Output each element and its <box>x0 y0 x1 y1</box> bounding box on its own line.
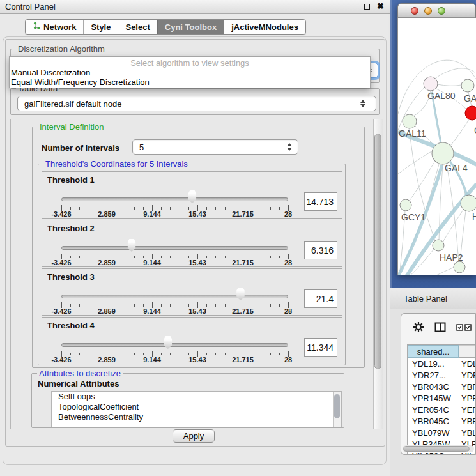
threshold-slider[interactable]: -3.4262.8599.14415.4321.71528 <box>61 220 288 268</box>
table-cell[interactable]: YBL0 <box>459 428 476 438</box>
attribute-list-item[interactable]: BetweennessCentrality <box>52 412 341 422</box>
float-window-icon[interactable] <box>364 4 370 10</box>
network-node-label: GAL80 <box>427 91 456 101</box>
top-tabgroup: Network Style Select Cyni Toolbo <box>25 19 306 35</box>
table-row[interactable]: YDR27... YDR2 <box>408 369 476 381</box>
threshold-panel: Threshold 3 -3.4262.8599.14415.4321.7152… <box>42 268 342 316</box>
threshold-slider[interactable]: -3.4262.8599.14415.4321.71528 <box>61 269 288 316</box>
threshold-value-field[interactable]: 6.316 <box>304 241 337 259</box>
slider-track[interactable] <box>61 197 288 201</box>
network-node[interactable] <box>432 142 454 164</box>
network-node-label: GCY1 <box>401 212 426 222</box>
algorithm-popup-item[interactable]: Equal Width/Frequency Discretization <box>10 77 370 87</box>
checkbox-checked-icon[interactable] <box>456 323 463 333</box>
attributes-scrollbar[interactable] <box>333 392 341 427</box>
control-panel: Control Panel ✖ Network Style <box>0 0 390 476</box>
top-tab-label: Cyni Toolbox <box>165 22 217 32</box>
checkbox-checked-icon[interactable] <box>464 323 472 333</box>
table-row[interactable]: YBR045C YBR0 <box>408 415 476 427</box>
slider-thumb[interactable] <box>127 239 137 252</box>
zoom-traffic-light-icon[interactable] <box>438 7 445 15</box>
table-cell[interactable]: YPR1 <box>459 394 476 403</box>
table-cell[interactable]: YDR27... <box>408 371 459 380</box>
number-of-intervals-combobox[interactable]: 5 <box>132 139 298 155</box>
top-tab[interactable]: Style <box>83 20 118 34</box>
split-columns-icon[interactable] <box>434 322 446 334</box>
table-row[interactable]: YBL079W YBL0 <box>408 427 476 438</box>
threshold-panel: Threshold 1 -3.4262.8599.14415.4321.7152… <box>42 171 342 219</box>
minimize-traffic-light-icon[interactable] <box>424 7 432 15</box>
network-node[interactable] <box>403 114 417 128</box>
table-data-combobox[interactable]: galFiltered.sif default node <box>17 96 376 111</box>
network-node[interactable] <box>433 240 444 251</box>
network-node-label: GAL4 <box>445 163 468 173</box>
table-cell[interactable]: YBR045C <box>408 417 459 426</box>
combo-stepper-icon <box>360 100 365 107</box>
table-panel-title: Table Panel <box>404 294 447 303</box>
top-tab[interactable]: Cyni Toolbox <box>157 20 224 34</box>
table-cell[interactable]: YDL1 <box>459 359 476 369</box>
table-hscrollbar-thumb[interactable] <box>403 446 470 452</box>
table-panel-titlebar: Table Panel <box>390 288 476 309</box>
threshold-slider[interactable]: -3.4262.8599.14415.4321.71528 <box>61 172 288 219</box>
threshold-slider[interactable]: -3.4262.8599.14415.4321.71528 <box>61 318 288 365</box>
numerical-attributes-list: SelfLoops TopologicalCoefficient Between… <box>51 391 342 427</box>
slider-track[interactable] <box>61 295 288 298</box>
table-cell[interactable]: YER0 <box>459 405 476 415</box>
threshold-panel: Threshold 2 -3.4262.8599.14415.4321.7152… <box>42 220 342 267</box>
settings-scrollbar-thumb[interactable] <box>374 134 381 369</box>
network-node[interactable] <box>400 199 411 211</box>
network-node[interactable] <box>424 77 438 91</box>
settings-vertical-scrollbar[interactable] <box>373 119 383 429</box>
top-tab[interactable]: Select <box>118 20 157 34</box>
network-edge <box>450 119 469 146</box>
table-row[interactable]: YDL19... YDL1 <box>408 358 476 369</box>
gear-icon[interactable] <box>413 321 424 335</box>
node-attribute-table: shared... na YDL19... YDL1 YDR27... YDR2 <box>407 344 476 455</box>
slider-thumb[interactable] <box>236 288 245 300</box>
table-cell[interactable]: YBR0 <box>459 417 476 426</box>
table-horizontal-scrollbar[interactable] <box>403 445 474 452</box>
table-cell[interactable]: YDL19... <box>408 359 459 369</box>
apply-button[interactable]: Apply <box>173 429 215 443</box>
network-node-label: H <box>472 211 476 222</box>
network-node[interactable] <box>461 195 476 211</box>
table-cell[interactable]: YPR145W <box>408 394 459 403</box>
table-cell[interactable]: YBL079W <box>408 428 459 438</box>
threshold-value-field[interactable]: 21.4 <box>304 289 337 308</box>
slider-thumb[interactable] <box>187 190 197 203</box>
slider-tick-labels: -3.4262.8599.14415.4321.71528 <box>61 307 288 315</box>
close-icon[interactable]: ✖ <box>377 1 384 11</box>
attributes-scrollbar-thumb[interactable] <box>334 394 340 418</box>
table-cell[interactable]: YBR043C <box>408 382 459 392</box>
network-node[interactable] <box>465 106 476 120</box>
column-header-shared-name[interactable]: shared... <box>408 345 459 358</box>
table-cell[interactable]: YDR2 <box>459 371 476 380</box>
attribute-list-item[interactable]: TopologicalCoefficient <box>52 402 341 412</box>
slider-track[interactable] <box>61 246 288 250</box>
column-header-name[interactable]: na <box>459 345 476 358</box>
slider-track[interactable] <box>61 343 288 347</box>
table-row[interactable]: YPR145W YPR1 <box>408 392 476 404</box>
algorithm-popup-hint: Select algorithm to view settings <box>10 58 370 68</box>
slider-thumb[interactable] <box>163 336 173 349</box>
table-cell[interactable]: YER054C <box>408 405 459 415</box>
attribute-list-item[interactable]: SelfLoops <box>52 392 341 402</box>
algorithm-popup-item[interactable]: Manual Discretization <box>10 68 370 77</box>
threshold-coordinates-group: Threshold's Coordinates for 5 Intervals … <box>38 164 346 365</box>
network-canvas[interactable]: GAL80GACGAL11GAL4GCY1HHAP2 <box>397 18 476 275</box>
top-tab[interactable]: Network <box>26 20 83 34</box>
threshold-value-field[interactable]: 11.344 <box>304 338 337 357</box>
threshold-value-field[interactable]: 14.713 <box>304 192 337 211</box>
top-tab[interactable]: jActiveMNodules <box>224 20 305 34</box>
table-row[interactable]: YER054C YER0 <box>408 404 476 415</box>
table-row[interactable]: YBR043C YBR0 <box>408 381 476 392</box>
table-panel-body: shared... na YDL19... YDL1 YDR27... YDR2 <box>390 309 476 476</box>
attributes-group-label: Attributes to discretize <box>37 369 123 378</box>
network-node[interactable] <box>454 261 465 273</box>
network-node[interactable] <box>461 79 474 92</box>
close-traffic-light-icon[interactable] <box>411 7 418 15</box>
table-cell[interactable]: YBR0 <box>459 382 476 392</box>
number-of-intervals-value: 5 <box>139 142 144 152</box>
numerical-attributes-label: Numerical Attributes <box>38 379 119 388</box>
